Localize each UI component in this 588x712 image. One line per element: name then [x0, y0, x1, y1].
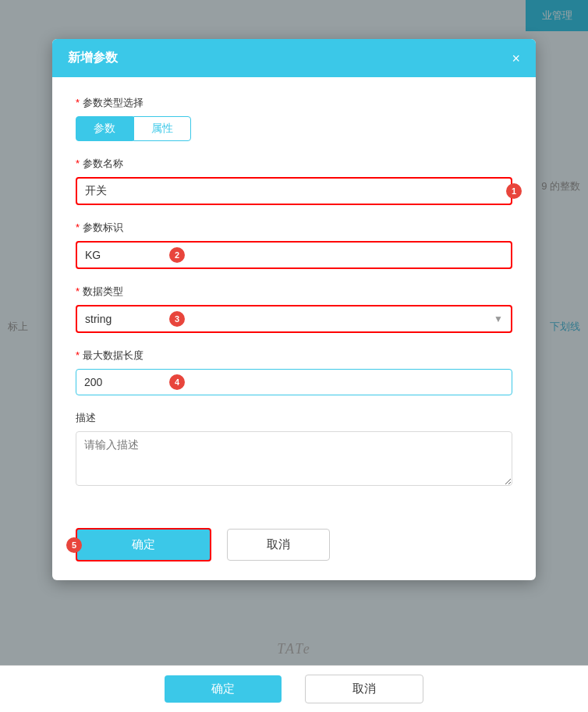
identifier-section: *参数标识 2 [76, 221, 512, 269]
bg-bottom-bar: 确定 取消 [0, 665, 588, 712]
cancel-button[interactable]: 取消 [227, 529, 330, 561]
max-length-label: *最大数据长度 [76, 349, 512, 363]
description-section: 描述 [76, 411, 512, 489]
data-type-select[interactable]: string int float bool date timestamp arr… [76, 305, 512, 333]
max-length-input-wrap: 4 [76, 369, 512, 395]
dialog-header: 新增参数 × [52, 39, 536, 77]
type-section: *参数类型选择 参数 属性 [76, 96, 512, 141]
max-length-section: *最大数据长度 4 [76, 349, 512, 395]
required-star-type: * [76, 97, 80, 108]
confirm-wrap: 确定 5 [76, 528, 211, 561]
name-input[interactable] [76, 177, 512, 205]
name-section: *参数名称 1 [76, 157, 512, 205]
identifier-input[interactable] [76, 241, 512, 269]
dialog-close-button[interactable]: × [512, 51, 520, 66]
data-type-label: *数据类型 [76, 285, 512, 299]
type-label: *参数类型选择 [76, 96, 512, 110]
required-star-dtype: * [76, 285, 80, 297]
data-type-select-wrap: string int float bool date timestamp arr… [76, 305, 512, 333]
description-label: 描述 [76, 411, 512, 425]
max-length-badge: 4 [169, 374, 185, 390]
dialog-title: 新增参数 [68, 50, 118, 66]
identifier-label: *参数标识 [76, 221, 512, 235]
dialog-footer: 确定 5 取消 [52, 520, 536, 580]
name-label: *参数名称 [76, 157, 512, 171]
dialog-body: *参数类型选择 参数 属性 *参数名称 1 *参数标识 2 [52, 77, 536, 520]
type-toggle-group: 参数 属性 [76, 116, 512, 141]
identifier-badge: 2 [169, 247, 185, 263]
confirm-button[interactable]: 确定 [76, 528, 211, 561]
max-length-input[interactable] [76, 369, 512, 395]
bg-cancel-button[interactable]: 取消 [305, 675, 423, 703]
data-type-section: *数据类型 string int float bool date timesta… [76, 285, 512, 333]
required-star-maxlen: * [76, 349, 80, 361]
toggle-params[interactable]: 参数 [76, 116, 133, 141]
required-star-id: * [76, 221, 80, 233]
bg-confirm-button[interactable]: 确定 [165, 675, 282, 703]
identifier-input-wrap: 2 [76, 241, 512, 269]
confirm-badge: 5 [66, 537, 82, 553]
dialog: 新增参数 × *参数类型选择 参数 属性 *参数名称 1 [52, 39, 536, 580]
name-badge: 1 [506, 183, 522, 199]
description-textarea[interactable] [76, 431, 512, 486]
required-star-name: * [76, 158, 80, 169]
data-type-badge: 3 [169, 311, 185, 327]
toggle-properties[interactable]: 属性 [133, 116, 191, 141]
name-input-wrap: 1 [76, 177, 512, 205]
